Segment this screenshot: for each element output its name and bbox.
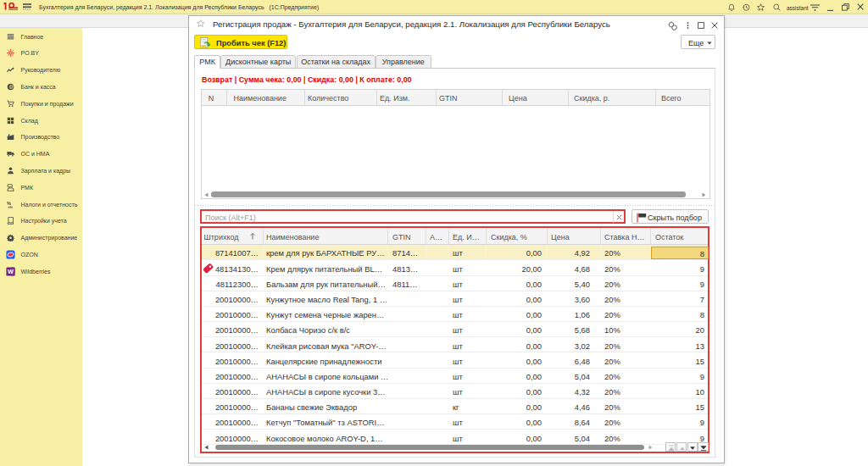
svg-text:W: W <box>8 268 14 275</box>
svg-text:%: % <box>7 201 11 206</box>
svg-text:@: @ <box>8 84 14 89</box>
